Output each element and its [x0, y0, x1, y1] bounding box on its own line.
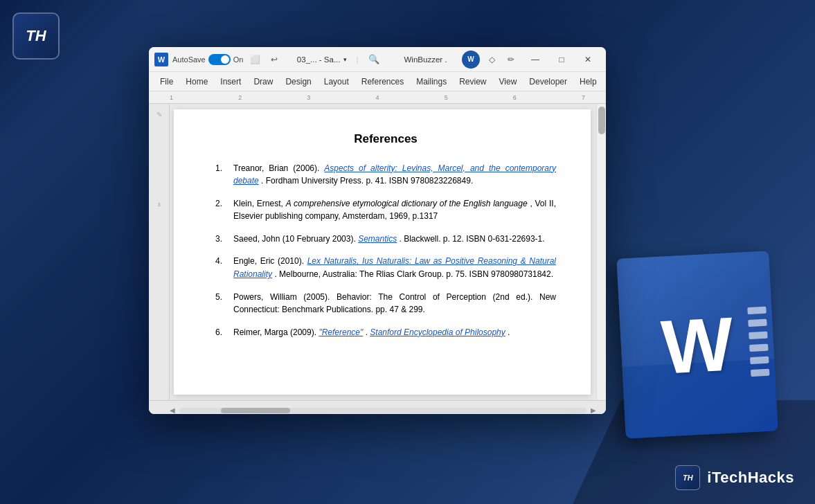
brand-footer: TH iTechHacks: [675, 465, 794, 490]
pen-icon: ✏: [503, 52, 519, 67]
ref-num-4: 4.: [215, 255, 228, 280]
ref6-end: .: [508, 327, 510, 337]
toggle-circle: [221, 55, 229, 64]
list-item: 1. Treanor, Brian (2006). Aspects of alt…: [215, 162, 556, 188]
menu-help[interactable]: Help: [574, 74, 602, 89]
menu-review[interactable]: Review: [454, 74, 492, 89]
ref-content-3: Saeed, John (10 February 2003). Semantic…: [233, 233, 556, 246]
references-heading: References: [215, 130, 556, 148]
word-line-6: [751, 369, 769, 377]
left-bar-marker-3: 3: [157, 201, 160, 208]
menu-mailings[interactable]: Mailings: [411, 74, 452, 89]
comment-icon[interactable]: 💬: [604, 73, 606, 90]
logo: TH: [12, 12, 60, 60]
ruler-mark-2: 2: [238, 94, 242, 101]
ref-content-2: Klein, Ernest, A comprehensive etymologi…: [233, 197, 556, 223]
save-icon[interactable]: ⬜: [247, 52, 262, 67]
word-logo-icon: W: [154, 53, 168, 66]
scroll-thumb-h: [221, 408, 290, 413]
ref1-rest: . Fordham University Press. p. 41. ISBN …: [261, 176, 473, 186]
ref4-rest: . Melbourne, Australia: The Rlias Clark …: [274, 269, 553, 279]
ruler-mark-5: 5: [445, 94, 448, 101]
list-item: 3. Saeed, John (10 February 2003). Seman…: [215, 233, 556, 246]
close-button[interactable]: ✕: [575, 50, 600, 69]
user-avatar[interactable]: W: [462, 51, 480, 69]
ref-num-3: 3.: [215, 233, 228, 246]
ref3-rest: . Blackwell. p. 12. ISBN 0-631-22693-1.: [400, 234, 545, 244]
filename: 03_... - Sa...: [297, 55, 341, 64]
menu-file[interactable]: File: [154, 74, 179, 89]
title-app-name: WinBuzzer .: [404, 55, 447, 64]
right-scrollbar[interactable]: [596, 104, 606, 400]
autosave-label: AutoSave: [172, 55, 206, 64]
menu-references[interactable]: References: [356, 74, 409, 89]
word-icon-large: W: [621, 255, 773, 435]
edit-icon: ✎: [156, 111, 162, 118]
window-controls: — □ ✕: [523, 50, 600, 69]
word-line-4: [749, 344, 768, 352]
horizontal-scroll-bar: ◀ ▶: [149, 400, 606, 414]
word-card: W: [616, 251, 778, 438]
avatar-initial: W: [467, 55, 474, 63]
ref-num-2: 2.: [215, 197, 228, 223]
ref2-title: A comprehensive etymological dictionary …: [286, 199, 528, 208]
document-area: ✎ 3 References 1. Treanor, Brian (2006).…: [149, 104, 606, 400]
ruler-mark-7: 7: [582, 94, 585, 101]
ref-num-1: 1.: [215, 162, 228, 188]
ref4-author: Engle, Eric (2010).: [233, 256, 307, 266]
ruler-mark-1: 1: [170, 94, 173, 101]
ruler: 1 2 3 4 5 6 7: [149, 91, 606, 104]
list-item: 6. Reimer, Marga (2009). "Reference" . S…: [215, 326, 556, 339]
autosave-state: On: [233, 55, 244, 64]
menu-view[interactable]: View: [494, 74, 523, 89]
ribbon-right: 💬 ⊡: [604, 72, 606, 91]
menu-layout[interactable]: Layout: [319, 74, 355, 89]
ribbon-menu: File Home Insert Draw Design Layout Refe…: [149, 72, 606, 91]
ruler-mark-4: 4: [375, 94, 379, 101]
scroll-track-h[interactable]: [179, 408, 586, 413]
brand-logo-small: TH: [675, 465, 700, 490]
menu-design[interactable]: Design: [280, 74, 316, 89]
ref-num-5: 5.: [215, 291, 228, 316]
brand-name: iTechHacks: [707, 469, 794, 487]
ref3-author: Saeed, John (10 February 2003).: [233, 234, 358, 244]
maximize-button[interactable]: □: [549, 50, 574, 69]
menu-home[interactable]: Home: [180, 74, 213, 89]
word-line-2: [748, 319, 767, 327]
minimize-button[interactable]: —: [523, 50, 548, 69]
ref1-author: Treanor, Brian (2006).: [233, 163, 324, 173]
left-margin-bar: ✎ 3: [149, 104, 170, 400]
list-item: 4. Engle, Eric (2010). Lex Naturalis, Iu…: [215, 255, 556, 280]
ref3-link[interactable]: Semantics: [358, 234, 397, 244]
word-w-letter: W: [659, 299, 735, 390]
scroll-left-btn[interactable]: ◀: [170, 406, 175, 414]
ruler-marks: 1 2 3 4 5 6 7: [170, 94, 585, 101]
scroll-right-btn[interactable]: ▶: [591, 406, 596, 414]
ref6-author: Reimer, Marga (2009).: [233, 327, 319, 337]
ruler-mark-3: 3: [307, 94, 310, 101]
reference-list: 1. Treanor, Brian (2006). Aspects of alt…: [215, 162, 556, 339]
ref-content-4: Engle, Eric (2010). Lex Naturalis, Ius N…: [233, 255, 556, 280]
logo-initials: TH: [26, 28, 46, 44]
list-item: 5. Powers, William (2005). Behavior: The…: [215, 291, 556, 316]
undo-icon[interactable]: ↩: [267, 52, 282, 67]
ref6-link2[interactable]: Stanford Encyclopedia of Philosophy: [370, 327, 505, 337]
filename-section: 03_... - Sa... ▾ | 🔍 WinBuzzer .: [286, 54, 458, 64]
scroll-thumb[interactable]: [598, 107, 605, 134]
menu-draw[interactable]: Draw: [248, 74, 278, 89]
dropdown-icon[interactable]: ▾: [343, 56, 347, 63]
ref5-text: Powers, William (2005). Behavior: The Co…: [233, 292, 556, 315]
brand-initials: TH: [683, 474, 693, 482]
autosave-toggle[interactable]: [208, 54, 231, 65]
menu-insert[interactable]: Insert: [215, 74, 247, 89]
word-line-1: [747, 307, 766, 314]
title-bar: W AutoSave On ⬜ ↩ 03_... - Sa... ▾ | 🔍 W…: [149, 47, 606, 72]
ruler-mark-6: 6: [513, 94, 517, 101]
word-lines: [744, 251, 778, 431]
ref-content-6: Reimer, Marga (2009). "Reference" . Stan…: [233, 326, 556, 339]
diamond-icon: ◇: [484, 52, 499, 67]
ref6-link1[interactable]: "Reference": [319, 327, 363, 337]
menu-developer[interactable]: Developer: [523, 74, 573, 89]
word-line-5: [750, 357, 769, 364]
document-page[interactable]: References 1. Treanor, Brian (2006). Asp…: [174, 109, 591, 395]
